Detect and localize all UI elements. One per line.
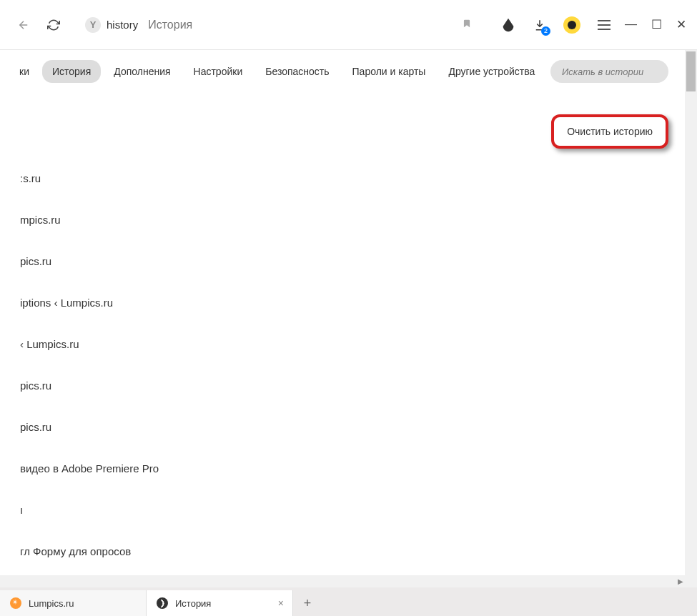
window-controls: — ☐ ✕ (625, 17, 686, 32)
nav-tab-security[interactable]: Безопасность (255, 60, 339, 83)
tab-bar: Lumpics.ru История × + (0, 587, 697, 616)
download-badge: 2 (541, 26, 550, 36)
settings-nav: ки История Дополнения Настройки Безопасн… (0, 50, 697, 93)
history-item[interactable]: pics.ru (0, 406, 286, 447)
back-button[interactable] (11, 12, 36, 38)
close-button[interactable]: ✕ (676, 17, 686, 32)
url-text: history (107, 19, 138, 31)
history-item[interactable]: :s.ru (0, 157, 286, 199)
reload-button[interactable] (41, 12, 66, 38)
horizontal-scrollbar[interactable]: ▶ (0, 575, 685, 587)
alice-icon[interactable] (500, 17, 516, 33)
nav-tab-cut[interactable]: ки (19, 60, 39, 83)
address-bar[interactable]: Y history История (75, 11, 489, 39)
tab-history[interactable]: История × (147, 590, 293, 616)
nav-tab-devices[interactable]: Другие устройства (438, 60, 545, 83)
nav-tab-passwords[interactable]: Пароли и карты (342, 60, 436, 83)
bookmark-icon[interactable] (462, 17, 472, 32)
vertical-scrollbar[interactable] (685, 50, 697, 587)
scroll-right-arrow[interactable]: ▶ (678, 577, 683, 585)
history-item[interactable]: ‹ Lumpics.ru (0, 323, 286, 364)
history-favicon (157, 597, 168, 609)
search-placeholder: Искать в истории (562, 66, 643, 77)
new-tab-button[interactable]: + (293, 590, 322, 616)
history-item[interactable]: ı (0, 489, 286, 530)
history-item[interactable]: гл Форму для опросов (0, 530, 286, 572)
history-item[interactable]: iptions ‹ Lumpics.ru (0, 282, 286, 323)
history-item[interactable]: pics.ru (0, 240, 286, 282)
extension-icon[interactable] (563, 16, 580, 34)
history-item[interactable]: mpics.ru (0, 199, 286, 240)
scrollbar-thumb[interactable] (686, 51, 696, 91)
browser-toolbar: Y history История 2 — ☐ ✕ (0, 0, 697, 50)
history-list: :s.ru mpics.ru pics.ru iptions ‹ Lumpics… (0, 157, 286, 572)
history-item[interactable]: видео в Adobe Premiere Pro (0, 447, 286, 489)
search-history-input[interactable]: Искать в истории (550, 60, 668, 83)
yandex-icon: Y (85, 17, 101, 33)
lumpics-favicon (10, 597, 21, 609)
toolbar-right-icons: 2 (500, 16, 612, 34)
close-tab-icon[interactable]: × (278, 597, 284, 609)
maximize-button[interactable]: ☐ (651, 17, 662, 32)
tab-label: История (175, 598, 211, 609)
minimize-button[interactable]: — (625, 17, 637, 32)
nav-tab-history[interactable]: История (42, 60, 101, 83)
nav-tab-addons[interactable]: Дополнения (104, 60, 180, 83)
nav-tab-settings[interactable]: Настройки (184, 60, 253, 83)
tab-lumpics[interactable]: Lumpics.ru (0, 590, 147, 616)
clear-history-wrap: Очистить историю (551, 114, 668, 149)
history-item[interactable]: pics.ru (0, 364, 286, 406)
menu-button[interactable] (596, 17, 612, 33)
url-subtext: История (148, 19, 192, 31)
clear-history-button[interactable]: Очистить историю (551, 114, 668, 149)
downloads-icon[interactable]: 2 (532, 17, 548, 33)
tab-label: Lumpics.ru (29, 598, 74, 609)
